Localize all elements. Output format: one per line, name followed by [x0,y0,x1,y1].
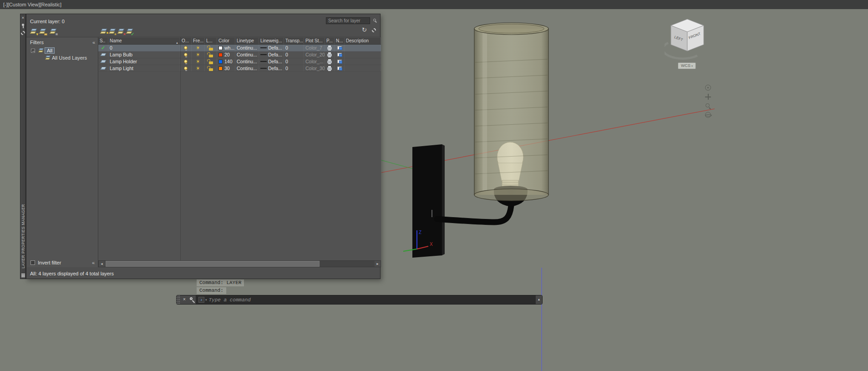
col-on[interactable]: O... [180,38,192,44]
new-layer-vp-frozen-button[interactable] [108,28,116,35]
layer-lock-toggle[interactable] [205,65,217,71]
layer-vp-freeze-toggle[interactable] [335,51,345,58]
viewport-controls-label[interactable]: [-][Custom View][Realistic] [3,0,61,9]
layer-vp-freeze-toggle[interactable] [335,65,345,71]
collapse-filters-icon[interactable] [92,40,95,45]
scroll-right-arrow-icon[interactable] [375,261,381,267]
customize-command-button[interactable] [188,295,196,304]
layer-plot-toggle[interactable] [325,51,335,58]
layer-states-manager-button[interactable] [49,28,57,35]
command-prompt-icon[interactable] [198,297,204,303]
close-command-icon[interactable] [181,295,188,304]
layer-row-1[interactable]: Lamp Bulb 20 Continu... Defa... 0 Color_… [98,51,381,58]
layer-lock-toggle[interactable] [205,45,217,51]
zoom-icon[interactable] [705,103,711,109]
layer-color-cell[interactable]: 20 [217,51,235,58]
col-transparency[interactable]: Transp... [284,38,304,44]
layer-freeze-toggle[interactable] [192,65,205,71]
layer-linetype[interactable]: Continu... [235,51,259,58]
collapse-bottom-icon[interactable] [92,260,95,265]
layer-lineweight[interactable]: Defa... [259,51,284,58]
layer-linetype[interactable]: Continu... [235,45,259,51]
layer-description[interactable] [345,51,381,58]
horizontal-scrollbar[interactable] [98,260,381,267]
search-icon[interactable] [373,19,376,21]
layer-on-toggle[interactable] [180,51,192,58]
new-group-filter-button[interactable] [39,28,46,35]
palette-properties-gear-icon[interactable] [21,31,25,35]
layer-color-cell[interactable]: 30 [217,65,235,71]
col-color[interactable]: Color [217,38,235,44]
layer-plot-toggle[interactable] [325,65,335,71]
layer-linetype[interactable]: Continu... [235,58,259,65]
command-input[interactable]: Type a command [196,295,536,304]
layer-name[interactable]: Lamp Bulb [108,51,180,58]
lamp-model[interactable] [412,23,548,258]
layer-plot-toggle[interactable] [325,45,335,51]
recent-commands-caret-icon[interactable] [205,298,207,302]
invert-filter-checkbox[interactable] [30,260,35,265]
col-lineweight[interactable]: Lineweig... [259,38,284,44]
set-current-layer-button[interactable] [126,28,133,35]
col-lock[interactable]: L... [205,38,217,44]
layer-color-cell[interactable]: 140 [217,58,235,65]
layer-vp-freeze-toggle[interactable] [335,58,345,65]
col-linetype[interactable]: Linetype [235,38,259,44]
layer-transparency[interactable]: 0 [284,65,304,71]
autohide-pin-icon[interactable] [22,24,24,26]
col-name[interactable]: Name [108,38,180,44]
layer-transparency[interactable]: 0 [284,45,304,51]
new-property-filter-button[interactable] [30,28,37,35]
delete-layer-button[interactable] [117,28,125,35]
layer-lineweight[interactable]: Defa... [259,58,284,65]
command-bar-grip[interactable] [177,295,181,304]
search-layer-input[interactable] [326,17,370,24]
palette-menu-icon[interactable] [21,273,25,277]
wall-plate-side[interactable] [442,144,445,255]
tree-item-all[interactable]: All [45,47,55,54]
wcs-dropdown-button[interactable]: WCS [678,62,696,69]
layer-freeze-toggle[interactable] [192,45,205,51]
layer-on-toggle[interactable] [180,58,192,65]
expand-command-history-icon[interactable] [536,295,542,304]
layer-lineweight[interactable]: Defa... [259,45,284,51]
layer-plot-toggle[interactable] [325,58,335,65]
tree-item-all-used-layers[interactable]: All Used Layers [52,55,87,61]
layer-row-2[interactable]: Lamp Holder 140 Continu... Defa... 0 Col… [98,58,381,65]
glass-bottom-rim[interactable] [474,189,548,201]
settings-gear-icon[interactable] [372,28,376,32]
layer-lock-toggle[interactable] [205,51,217,58]
layer-description[interactable] [345,65,381,71]
layer-on-toggle[interactable] [180,65,192,71]
close-icon[interactable] [20,15,25,20]
layer-name[interactable]: Lamp Holder [108,58,180,65]
col-description[interactable]: Description [345,38,381,44]
tree-expander-icon[interactable] [31,49,35,53]
layer-description[interactable] [345,45,381,51]
layer-description[interactable] [345,58,381,65]
layer-freeze-toggle[interactable] [192,58,205,65]
layer-transparency[interactable]: 0 [284,58,304,65]
pan-icon[interactable] [705,94,711,100]
col-vp-freeze[interactable]: N... [335,38,345,44]
scroll-left-arrow-icon[interactable] [99,261,105,267]
layer-on-toggle[interactable] [180,45,192,51]
command-line-bar[interactable]: Type a command [177,295,542,304]
layer-transparency[interactable]: 0 [284,51,304,58]
lamp-arm[interactable] [437,206,511,222]
layer-name[interactable]: Lamp Light [108,65,180,71]
layer-row-3[interactable]: Lamp Light 30 Continu... Defa... 0 Color… [98,65,381,72]
layer-lineweight[interactable]: Defa... [259,65,284,71]
col-status[interactable]: S.. [98,38,108,44]
new-layer-button[interactable] [100,28,107,35]
orbit-icon[interactable] [705,112,711,118]
steering-wheel-icon[interactable] [705,85,711,91]
col-freeze[interactable]: Fre... [192,38,205,44]
layer-row-0[interactable]: 0 wh... Continu... Defa... 0 Color_7 [98,45,381,51]
scrollbar-thumb[interactable] [106,261,320,267]
layer-name[interactable]: 0 [108,45,180,51]
layer-linetype[interactable]: Continu... [235,65,259,71]
layer-color-cell[interactable]: wh... [217,45,235,51]
layer-freeze-toggle[interactable] [192,51,205,58]
viewcube[interactable]: LEFT FRONT [665,15,710,61]
